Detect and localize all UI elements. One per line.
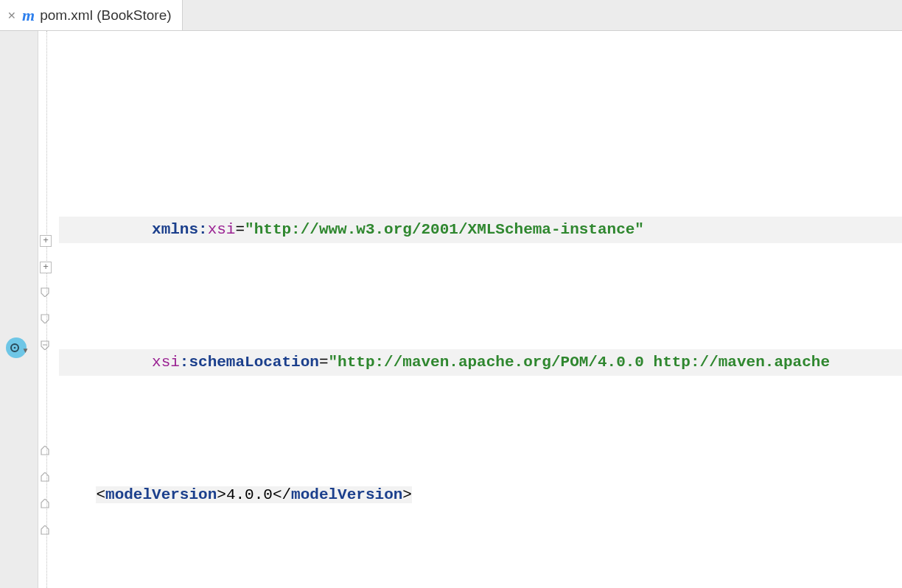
code-content[interactable]: 💡 xmlns:xsi="http://www.w3.org/2001/XMLS… xyxy=(59,31,902,588)
fold-expand-icon[interactable]: + xyxy=(40,262,52,273)
xml-tag: modelVersion xyxy=(291,486,402,503)
left-gutter-strip: ▾ xyxy=(0,31,38,588)
svg-point-1 xyxy=(14,347,16,349)
xml-punct: > xyxy=(402,486,412,503)
maven-icon: m xyxy=(22,6,34,25)
xml-ns: xsi xyxy=(152,354,180,371)
xml-punct: > xyxy=(217,486,226,503)
fold-collapse-icon[interactable] xyxy=(40,287,52,298)
fold-collapse-icon[interactable] xyxy=(40,340,52,351)
xml-string: "http://maven.apache.org/POM/4.0.0 http:… xyxy=(328,354,830,371)
arrow-down-icon: ▾ xyxy=(22,343,29,357)
xml-punct: </ xyxy=(273,486,291,503)
fold-expand-icon[interactable]: + xyxy=(40,235,52,247)
xml-attr: :schemaLocation xyxy=(180,354,319,371)
tab-bar: ✕ m pom.xml (BookStore) xyxy=(0,0,902,31)
code-line: <modelVersion>4.0.0</modelVersion> xyxy=(59,482,902,508)
xml-attr: xmlns: xyxy=(152,221,208,238)
xml-punct: = xyxy=(319,354,329,371)
fold-gutter: + + xyxy=(38,31,59,588)
editor-area: ▾ + + 💡 xmlns:xsi xyxy=(0,31,902,588)
close-icon[interactable]: ✕ xyxy=(7,10,16,21)
fold-end-icon[interactable] xyxy=(40,525,52,537)
xml-punct: < xyxy=(96,486,105,503)
tab-label: pom.xml (BookStore) xyxy=(40,7,171,24)
xml-string: "http://www.w3.org/2001/XMLSchema-instan… xyxy=(245,221,644,238)
xml-tag: modelVersion xyxy=(105,486,217,503)
code-line: xmlns:xsi="http://www.w3.org/2001/XMLSch… xyxy=(59,217,902,243)
tab-pom-xml[interactable]: ✕ m pom.xml (BookStore) xyxy=(0,0,183,30)
fold-collapse-icon[interactable] xyxy=(40,313,52,325)
xml-ns: xsi xyxy=(208,221,236,238)
fold-end-icon[interactable] xyxy=(40,499,52,511)
code-line: xsi:schemaLocation="http://maven.apache.… xyxy=(59,349,902,376)
fold-end-icon[interactable] xyxy=(40,472,52,484)
xml-text: 4.0.0 xyxy=(226,486,273,503)
xml-punct: = xyxy=(235,221,245,238)
fold-end-icon[interactable] xyxy=(40,446,52,458)
